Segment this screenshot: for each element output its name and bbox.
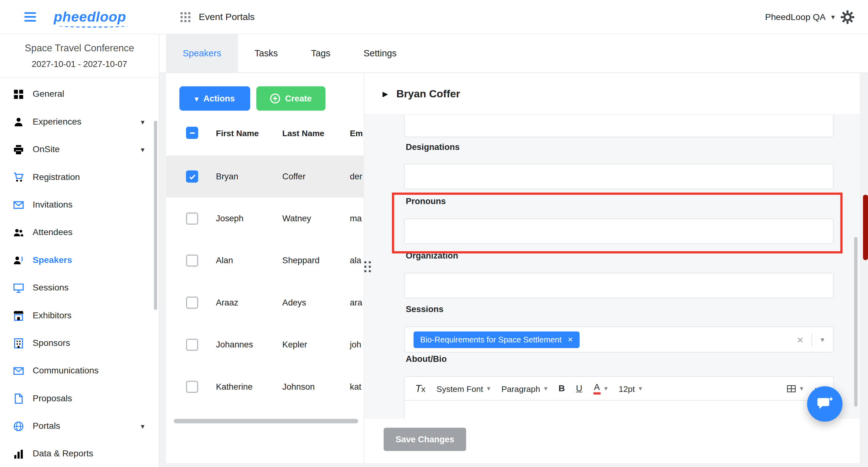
cell-last-name: Johnson	[282, 382, 350, 392]
list-toolbar: ▾ Actions Create	[166, 73, 364, 110]
sidebar-item-label: Proposals	[33, 394, 72, 403]
bold-button[interactable]: B	[554, 379, 570, 398]
sidebar-item-data-reports[interactable]: Data & Reports	[0, 440, 159, 467]
pronouns-input[interactable]	[404, 219, 834, 244]
table-row[interactable]: Alan Sheppard ala	[166, 239, 364, 281]
clear-selection-icon[interactable]: ×	[797, 334, 804, 345]
account-chevron-down-icon[interactable]: ▾	[831, 13, 835, 20]
sidebar-item-label: Exhibitors	[33, 310, 71, 321]
detail-form: Designations Pronouns Organization Sessi…	[364, 115, 860, 419]
organization-label: Organization	[406, 251, 458, 261]
tab-tags[interactable]: Tags	[294, 34, 347, 73]
create-button[interactable]: Create	[256, 87, 326, 111]
sidebar-item-label: Registration	[33, 172, 80, 182]
actions-button[interactable]: ▾ Actions	[179, 87, 250, 111]
sidebar-item-general[interactable]: General	[0, 80, 159, 108]
row-checkbox[interactable]	[186, 212, 198, 225]
tab-label: Speakers	[183, 48, 221, 59]
table-row[interactable]: Joseph Watney ma	[166, 198, 364, 239]
cell-email: ma	[350, 213, 364, 224]
table-button[interactable]: ▾	[782, 379, 808, 398]
clear-formatting-button[interactable]: Tx	[410, 379, 431, 398]
sidebar-item-speakers[interactable]: Speakers	[0, 246, 159, 274]
row-checkbox[interactable]	[186, 255, 198, 267]
chevron-down-icon: ▾	[639, 385, 642, 392]
session-tag-remove-icon[interactable]: ×	[568, 335, 573, 344]
cell-first-name: Joseph	[216, 213, 282, 224]
sidebar-item-sponsors[interactable]: Sponsors	[0, 329, 159, 357]
previous-field-input-partial[interactable]	[404, 115, 834, 137]
sessions-multiselect[interactable]: Bio-Requirements for Space Settlement × …	[404, 327, 834, 353]
save-changes-button[interactable]: Save Changes	[383, 428, 466, 451]
row-checkbox[interactable]	[186, 297, 198, 309]
select-all-checkbox[interactable]	[186, 127, 198, 139]
chat-fab-button[interactable]	[807, 386, 843, 422]
cell-email: ara	[350, 298, 364, 308]
chevron-down-icon: ▾	[141, 118, 145, 126]
horizontal-scrollbar[interactable]	[174, 419, 358, 423]
sessions-label: Sessions	[406, 304, 443, 314]
sidebar: Space Travel Conference 2027-10-01 - 202…	[0, 34, 159, 467]
row-checkbox[interactable]	[186, 170, 198, 182]
cart-icon	[13, 172, 24, 182]
sidebar-item-communications[interactable]: Communications	[0, 357, 159, 385]
hamburger-menu-icon[interactable]	[24, 12, 36, 22]
store-icon	[13, 310, 24, 321]
sidebar-item-exhibitors[interactable]: Exhibitors	[0, 301, 159, 329]
row-checkbox[interactable]	[186, 339, 198, 351]
designations-input[interactable]	[404, 164, 834, 189]
table-row[interactable]: Katherine Johnson kat	[166, 366, 364, 408]
table-row[interactable]: Bryan Coffer der	[166, 156, 364, 198]
sidebar-item-onsite[interactable]: OnSite ▾	[0, 136, 159, 163]
cell-first-name: Johannes	[216, 340, 282, 349]
sidebar-item-registration[interactable]: Registration	[0, 163, 159, 191]
sidebar-item-proposals[interactable]: Proposals	[0, 385, 159, 412]
table-row[interactable]: Araaz Adeys ara	[166, 282, 364, 324]
sidebar-item-label: Sessions	[33, 282, 69, 293]
table-body: Bryan Coffer der Joseph Watney ma Alan S…	[166, 156, 364, 419]
printer-icon	[13, 144, 24, 155]
mail-icon	[13, 366, 24, 376]
sidebar-item-label: Invitations	[33, 200, 72, 210]
table-row[interactable]: Johannes Kepler joh	[166, 324, 364, 366]
font-size-dropdown[interactable]: 12pt ▾	[614, 379, 647, 398]
account-menu[interactable]: PheedLoop QA	[765, 12, 826, 22]
underline-button[interactable]: U	[571, 379, 587, 398]
collapse-caret-icon[interactable]: ▶	[383, 90, 388, 98]
sidebar-item-label: Experiences	[33, 117, 82, 127]
chart-icon	[13, 448, 24, 459]
speakers-card: ▾ Actions Create First Name Last Name Em	[166, 73, 860, 463]
speaker-icon	[13, 255, 24, 265]
chevron-down-icon: ▾	[195, 95, 198, 102]
sidebar-item-invitations[interactable]: Invitations	[0, 191, 159, 219]
sidebar-item-sessions[interactable]: Sessions	[0, 274, 159, 301]
font-family-dropdown[interactable]: System Font ▾	[432, 379, 495, 398]
logo-underline	[58, 24, 128, 28]
rich-text-editor-area[interactable]	[404, 401, 834, 419]
apps-grid-icon[interactable]	[180, 12, 190, 22]
chevron-down-icon: ▾	[800, 385, 803, 392]
tab-settings[interactable]: Settings	[347, 34, 413, 73]
multiselect-chevron-down-icon[interactable]: ▾	[821, 335, 825, 344]
detail-vertical-scrollbar[interactable]	[854, 237, 858, 407]
speaker-detail-panel: ▶ Bryan Coffer Designations Pronouns Org…	[364, 73, 860, 463]
indeterminate-dash-icon	[188, 129, 196, 137]
block-format-dropdown[interactable]: Paragraph ▾	[496, 379, 552, 398]
building-icon	[13, 338, 24, 348]
about-bio-label: About/Bio	[406, 354, 447, 364]
pheedloop-logo[interactable]: pheedloop	[54, 9, 126, 25]
tab-tasks[interactable]: Tasks	[238, 34, 294, 73]
sidebar-item-attendees[interactable]: Attendees	[0, 219, 159, 246]
sidebar-item-portals[interactable]: Portals ▾	[0, 412, 159, 440]
app-window: pheedloop Event Portals PheedLoop QA ▾ S…	[0, 0, 868, 467]
panel-resize-handle[interactable]	[364, 261, 372, 280]
sidebar-item-label: Communications	[33, 366, 99, 376]
settings-gear-icon[interactable]	[840, 10, 855, 24]
row-checkbox[interactable]	[186, 380, 198, 393]
tab-speakers[interactable]: Speakers	[166, 34, 238, 73]
text-color-button[interactable]: A ▾	[588, 379, 613, 398]
sidebar-scrollbar[interactable]	[154, 121, 157, 310]
cell-last-name: Adeys	[282, 298, 350, 308]
organization-input[interactable]	[404, 273, 834, 298]
sidebar-item-experiences[interactable]: Experiences ▾	[0, 108, 159, 136]
